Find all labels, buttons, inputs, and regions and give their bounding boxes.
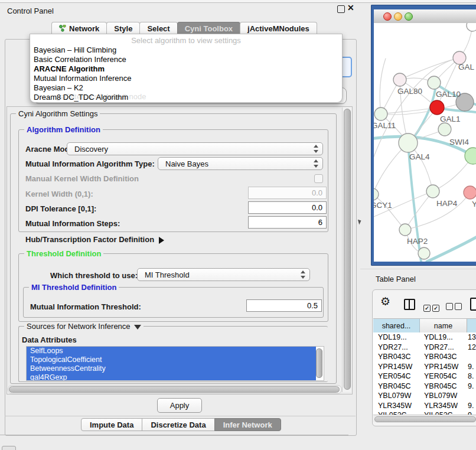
tab-label: Cyni Toolbox: [185, 24, 233, 33]
node-gal80[interactable]: [393, 73, 406, 86]
network-icon: [59, 25, 66, 32]
mi-type-combo[interactable]: Naive Bayes: [158, 157, 323, 170]
aracne-mode-combo[interactable]: Discovery: [67, 142, 323, 155]
vertical-scrollbar-thumb[interactable]: [344, 109, 351, 390]
dpi-tolerance-field[interactable]: 0.0: [248, 201, 327, 214]
apply-button[interactable]: Apply: [157, 398, 202, 413]
network-canvas[interactable]: GALGAL80GAL10GAL1GAL11SWI4GAL4GCY1HAP4YH…: [374, 23, 476, 262]
node-gal11[interactable]: [374, 107, 387, 120]
mouse-cursor: [358, 219, 362, 225]
network-window-titlebar[interactable]: [374, 9, 476, 24]
gear-icon[interactable]: ⚙: [380, 295, 390, 308]
minimize-window-icon[interactable]: [394, 12, 402, 21]
table-scrollbar-thumb[interactable]: [374, 416, 476, 422]
node-hap2[interactable]: [399, 224, 411, 236]
node-swi4[interactable]: [438, 123, 451, 136]
tab-infer-network[interactable]: Infer Network: [214, 418, 281, 431]
table-body: YDL19...YDL19...13YDR27...YDR27...12YBR0…: [373, 332, 476, 415]
tab-jactivemnodules[interactable]: jActiveMNodules: [240, 22, 317, 34]
close-icon[interactable]: ✕: [347, 3, 354, 12]
table-row[interactable]: YER054CYER054C8.: [373, 371, 476, 381]
table-cell: YPR145W: [373, 362, 419, 372]
unchecked-pair-icon[interactable]: [446, 302, 464, 312]
node-salmon[interactable]: [464, 186, 476, 199]
table-cell: 8.: [466, 371, 474, 381]
table-cell: YBR045C: [419, 381, 466, 392]
node-green-right[interactable]: [465, 148, 476, 164]
kernel-width-field[interactable]: 0.0: [248, 187, 327, 199]
node-pink-top-label: GAL: [458, 63, 475, 71]
sources-title[interactable]: Sources for Network Inference: [24, 322, 144, 331]
table-row[interactable]: YPR145WYPR145W9.: [373, 362, 476, 372]
node-hap4[interactable]: [426, 185, 439, 198]
mi-threshold-label: Mutual Information Threshold:: [30, 302, 141, 311]
manual-kernel-checkbox[interactable]: [314, 174, 323, 183]
table-cell: 9.: [466, 362, 474, 372]
mi-threshold-field[interactable]: 0.5: [246, 299, 322, 312]
column-header-name[interactable]: name: [420, 319, 467, 332]
node-bottom-cut[interactable]: [418, 247, 430, 259]
bottom-tab-bar: Impute DataDiscretize DataInfer Network: [81, 418, 281, 431]
tab-network[interactable]: Network: [51, 22, 107, 34]
table-export-icon[interactable]: [470, 298, 476, 311]
mi-steps-label: Mutual Information Steps:: [25, 219, 120, 228]
table-row[interactable]: YBR045CYBR045C9.: [373, 381, 476, 392]
table-cell: 9: [466, 410, 472, 415]
expander-arrow-icon: [159, 237, 164, 244]
table-row[interactable]: YIL052CYIL052C9: [373, 410, 476, 415]
table-cell: YBR043C: [419, 352, 466, 362]
table-row[interactable]: YDL19...YDL19...13: [373, 332, 476, 343]
horizontal-scrollbar-thumb[interactable]: [9, 386, 340, 393]
network-window[interactable]: GALGAL80GAL10GAL1GAL11SWI4GAL4GCY1HAP4YH…: [371, 5, 476, 266]
tab-cyni-toolbox[interactable]: Cyni Toolbox: [177, 22, 240, 34]
algorithm-dropdown-popup: Select algorithm to view settings Bayesi…: [30, 34, 343, 103]
node-gal10[interactable]: [428, 76, 441, 89]
hub-definition-label: Hub/Transcription Factor Definition: [25, 235, 154, 244]
vertical-scrollbar[interactable]: [342, 107, 351, 392]
zoom-window-icon[interactable]: [405, 12, 413, 21]
table-cell: YBR045C: [373, 381, 419, 392]
attribute-item[interactable]: gal4RGexp: [27, 373, 316, 381]
table-row[interactable]: YBL079WYBL079W: [373, 391, 476, 401]
mi-steps-field[interactable]: 6: [248, 216, 327, 229]
algorithm-option[interactable]: Mutual Information Inference: [30, 74, 342, 83]
attribute-item[interactable]: SelfLoops: [27, 347, 316, 356]
node-ring[interactable]: [467, 23, 476, 31]
algorithm-option[interactable]: Bayesian – K2: [30, 83, 342, 93]
hub-definition-expander[interactable]: Hub/Transcription Factor Definition: [25, 235, 164, 244]
data-attributes-list[interactable]: SelfLoopsTopologicalCoefficientBetweenne…: [26, 346, 324, 381]
table-cell: YIL052C: [373, 410, 419, 415]
table-cell: 13: [466, 332, 476, 343]
checked-pair-icon[interactable]: ✓✓: [423, 302, 441, 312]
divider: [5, 416, 356, 416]
algorithm-option[interactable]: Basic Correlation Inference: [30, 55, 342, 64]
tab-style[interactable]: Style: [106, 22, 140, 34]
horizontal-scrollbar[interactable]: [8, 385, 342, 394]
tab-select[interactable]: Select: [139, 22, 177, 34]
column-header-cut[interactable]: [467, 319, 476, 332]
table-row[interactable]: YBR043CYBR043C: [373, 352, 476, 362]
node-gal4[interactable]: [399, 133, 418, 152]
table-cell: YPR145W: [419, 362, 466, 372]
which-threshold-label: Which threshold to use:: [50, 271, 138, 280]
table-horizontal-scrollbar[interactable]: [373, 415, 476, 422]
float-window-icon[interactable]: [337, 5, 345, 13]
algorithm-option[interactable]: Bayesian – Hill Climbing: [30, 45, 342, 55]
which-threshold-combo[interactable]: MI Threshold: [137, 268, 310, 281]
aracne-mode-value: Discovery: [74, 145, 108, 154]
columns-icon[interactable]: [404, 299, 415, 310]
column-header-shared...[interactable]: shared...: [373, 319, 420, 332]
attribute-item[interactable]: BetweennessCentrality: [27, 364, 316, 373]
tab-discretize-data[interactable]: Discretize Data: [142, 418, 214, 431]
table-row[interactable]: YDR27...YDR27...12: [373, 343, 476, 353]
tab-impute-data[interactable]: Impute Data: [81, 418, 142, 431]
node-gal1[interactable]: [430, 100, 444, 115]
attribute-item[interactable]: TopologicalCoefficient: [27, 356, 316, 364]
close-window-icon[interactable]: [383, 12, 392, 21]
algorithm-option[interactable]: ARACNE Algorithm: [30, 64, 342, 74]
node-gal80-label: GAL80: [397, 87, 422, 96]
table-row[interactable]: YLR345WYLR345W9.: [373, 401, 476, 411]
minimized-panel-button[interactable]: [2, 446, 16, 450]
table-panel-title: Table Panel: [376, 275, 416, 283]
attributes-scrollbar-thumb[interactable]: [316, 348, 322, 378]
